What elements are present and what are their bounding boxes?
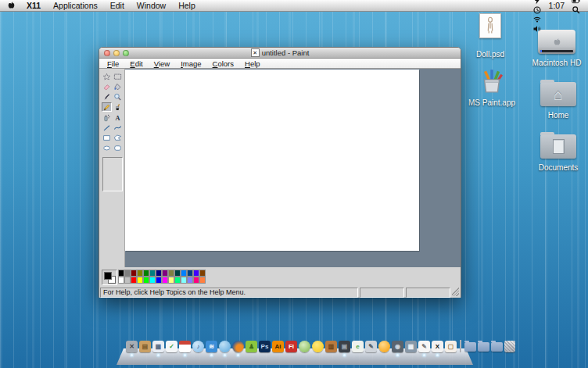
tool-free-form-select-icon[interactable] <box>102 72 112 81</box>
paint-menu-image[interactable]: Image <box>175 59 206 68</box>
desktop-icon-macintosh-hd[interactable]: Macintosh HD <box>529 30 585 67</box>
dock-trash[interactable] <box>504 341 515 352</box>
tool-pencil-icon[interactable] <box>102 102 112 112</box>
dock-green-figure-icon[interactable]: ♟ <box>246 341 257 352</box>
desktop-icon-documents[interactable]: Documents <box>530 134 586 172</box>
dock-calendar-icon[interactable] <box>179 341 191 352</box>
palette-color-80ffff[interactable] <box>181 277 187 284</box>
minimize-button[interactable] <box>113 50 120 56</box>
palette-color-808040[interactable] <box>168 270 174 277</box>
dock-flash-icon[interactable]: Fl <box>285 341 297 352</box>
menubar-item-window[interactable]: Window <box>131 1 172 10</box>
dock-photoshop-icon[interactable]: Ps <box>259 341 271 352</box>
palette-color-808000[interactable] <box>137 270 143 277</box>
zoom-button[interactable] <box>123 50 129 56</box>
palette-color-ff8040[interactable] <box>199 277 206 284</box>
desktop-icon-home[interactable]: ⌂Home <box>530 82 586 120</box>
palette-color-008080[interactable] <box>149 270 156 277</box>
palette-color-00ff80[interactable] <box>174 277 181 284</box>
dock-pictures-icon[interactable]: ▦ <box>405 341 417 352</box>
tool-magnifier-icon[interactable] <box>113 92 123 102</box>
close-button[interactable] <box>104 50 110 56</box>
menubar-item-x11[interactable]: X11 <box>20 1 47 10</box>
palette-color-00ff00[interactable] <box>143 277 149 284</box>
tool-rectangle-icon[interactable] <box>102 133 112 142</box>
palette-color-8080ff[interactable] <box>187 277 193 284</box>
palette-color-808080[interactable] <box>124 270 131 277</box>
resize-grip[interactable] <box>452 288 459 296</box>
tool-fill-with-color-icon[interactable] <box>113 82 123 91</box>
volume-icon[interactable] <box>532 24 542 34</box>
dock-rss-icon[interactable]: ≋ <box>206 341 217 352</box>
palette-color-ffff80[interactable] <box>168 277 174 284</box>
dock-camera-icon[interactable]: ◉ <box>392 341 403 352</box>
dock-stack-folder-2[interactable] <box>478 342 489 352</box>
tool-pick-color-icon[interactable] <box>102 92 112 102</box>
dock-stack-folder-3[interactable] <box>491 342 503 352</box>
dock-illustrator-icon[interactable]: Ai <box>272 341 284 352</box>
tool-text-icon[interactable]: A <box>113 113 123 122</box>
palette-color-804000[interactable] <box>199 270 206 277</box>
time-machine-icon[interactable] <box>532 5 542 15</box>
desktop-icon-doll-psd[interactable]: Doll.psd <box>462 12 518 59</box>
palette-color-ffff00[interactable] <box>137 277 143 284</box>
paint-menu-file[interactable]: File <box>102 59 124 68</box>
tool-airbrush-icon[interactable] <box>102 113 112 122</box>
tool-brush-icon[interactable] <box>113 102 123 112</box>
tool-polygon-icon[interactable] <box>113 133 123 142</box>
dock-dark-photo-icon[interactable]: ▣ <box>339 341 350 352</box>
tool-line-icon[interactable] <box>102 123 112 132</box>
palette-color-c0c0c0[interactable] <box>124 277 131 284</box>
palette-color-800080[interactable] <box>162 270 168 277</box>
palette-color-0000ff[interactable] <box>156 277 162 284</box>
desktop[interactable]: X11ApplicationsEditWindowHelp 1:07 Doll.… <box>0 0 588 368</box>
paint-menu-edit[interactable]: Edit <box>124 59 148 68</box>
dock-rubber-duck-icon[interactable] <box>312 341 324 352</box>
dock-music-icon[interactable]: ♪ <box>192 341 204 352</box>
wifi-icon[interactable] <box>532 15 542 24</box>
dock-x11-icon[interactable]: X <box>432 341 443 352</box>
dock-stack-folder-1[interactable] <box>464 342 476 352</box>
palette-color-ff0080[interactable] <box>193 277 199 284</box>
dock-firefox-icon[interactable] <box>232 341 244 352</box>
palette-color-ff0000[interactable] <box>131 277 137 284</box>
palette-color-ffffff[interactable] <box>118 277 124 284</box>
tool-rounded-rectangle-icon[interactable] <box>113 143 123 152</box>
dock-grid-utility-icon[interactable]: ✕ <box>126 341 138 352</box>
paint-titlebar[interactable]: ✕ untitled - Paint <box>99 48 461 59</box>
battery-bolt-icon[interactable] <box>532 0 542 5</box>
palette-color-004040[interactable] <box>174 270 181 277</box>
desktop-icon-ms-paint-app[interactable]: MS Paint.app <box>464 66 520 107</box>
dock-leaf-icon[interactable] <box>299 341 310 352</box>
paint-menu-colors[interactable]: Colors <box>207 59 239 68</box>
apple-icon[interactable] <box>7 1 16 10</box>
dock-blue-sphere-icon[interactable] <box>219 341 231 352</box>
dock-silver-tool-icon[interactable]: ✎ <box>365 341 377 352</box>
dock-preview-icon[interactable]: ▦ <box>152 341 164 352</box>
tool-select-icon[interactable] <box>113 72 123 81</box>
spotlight-icon[interactable] <box>572 5 581 15</box>
paint-canvas[interactable] <box>125 70 419 251</box>
dock-checklist-icon[interactable]: ✓ <box>166 341 177 352</box>
menubar-item-applications[interactable]: Applications <box>47 1 104 10</box>
palette-color-00ffff[interactable] <box>149 277 156 284</box>
dock-crate-icon[interactable]: ▥ <box>325 341 337 352</box>
dock-orange-ball-icon[interactable] <box>378 341 390 352</box>
palette-color-000000[interactable] <box>118 270 124 277</box>
palette-color-0080ff[interactable] <box>181 270 187 277</box>
tool-curve-icon[interactable] <box>113 123 123 132</box>
dock-textedit-icon[interactable]: ✎ <box>418 341 430 352</box>
dock-evernote-icon[interactable]: e <box>352 341 364 352</box>
menubar-item-help[interactable]: Help <box>172 1 202 10</box>
tool-ellipse-icon[interactable] <box>102 143 112 152</box>
menubar-clock[interactable]: 1:07 <box>547 1 566 10</box>
paint-menu-view[interactable]: View <box>149 59 175 68</box>
palette-color-4000ff[interactable] <box>193 270 199 277</box>
tool-eraser-icon[interactable] <box>102 82 112 91</box>
palette-color-004080[interactable] <box>187 270 193 277</box>
menubar-item-edit[interactable]: Edit <box>104 1 131 10</box>
palette-color-000080[interactable] <box>156 270 162 277</box>
palette-color-008000[interactable] <box>143 270 149 277</box>
paint-window[interactable]: ✕ untitled - Paint FileEditViewImageColo… <box>99 47 461 298</box>
palette-color-ff00ff[interactable] <box>162 277 168 284</box>
